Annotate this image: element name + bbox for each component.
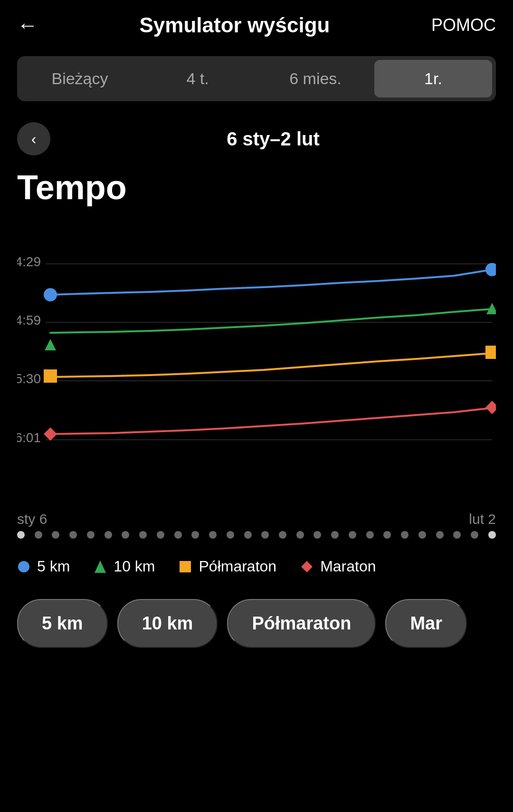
dot-indicator bbox=[488, 531, 496, 539]
dot-indicator bbox=[87, 531, 95, 539]
date-back-button[interactable]: ‹ bbox=[17, 122, 50, 155]
chevron-left-icon: ‹ bbox=[31, 130, 37, 148]
x-axis-labels: sty 6 lut 2 bbox=[0, 505, 513, 527]
legend-item-halfmarathon: Półmaraton bbox=[179, 558, 276, 575]
btn-halfmarathon[interactable]: Półmaraton bbox=[227, 599, 376, 648]
svg-rect-13 bbox=[485, 346, 496, 359]
legend: 5 km 10 km Półmaraton Maraton bbox=[0, 539, 513, 585]
svg-text:4:59: 4:59 bbox=[17, 313, 41, 328]
date-navigation: ‹ 6 sty–2 lut bbox=[0, 111, 513, 160]
dot-indicator bbox=[453, 531, 461, 539]
circle-icon bbox=[17, 560, 30, 573]
svg-text:6:01: 6:01 bbox=[17, 430, 41, 445]
legend-item-marathon: Maraton bbox=[300, 558, 376, 575]
dot-indicator bbox=[104, 531, 112, 539]
tab-6m[interactable]: 6 mies. bbox=[256, 60, 374, 97]
dot-indicator bbox=[366, 531, 374, 539]
legend-label-marathon: Maraton bbox=[320, 558, 376, 575]
page-title: Symulator wyścigu bbox=[139, 13, 330, 37]
svg-point-16 bbox=[18, 561, 29, 572]
btn-marathon[interactable]: Mar bbox=[385, 599, 467, 648]
dot-indicator bbox=[35, 531, 42, 539]
section-title: Tempo bbox=[0, 160, 513, 235]
dot-indicator bbox=[191, 531, 199, 539]
svg-rect-12 bbox=[44, 369, 57, 383]
dot-indicator bbox=[209, 531, 217, 539]
btn-10km[interactable]: 10 km bbox=[117, 599, 218, 648]
dot-indicator bbox=[401, 531, 408, 539]
svg-marker-19 bbox=[301, 561, 313, 572]
legend-item-5km: 5 km bbox=[17, 558, 70, 575]
x-label-right: lut 2 bbox=[469, 511, 496, 527]
dot-indicator bbox=[418, 531, 426, 539]
diamond-icon bbox=[300, 560, 314, 573]
back-button[interactable]: ← bbox=[17, 15, 38, 36]
legend-item-10km: 10 km bbox=[94, 558, 155, 575]
chart-area: 4:29 4:59 5:30 6:01 bbox=[17, 235, 496, 502]
dot-indicator bbox=[52, 531, 59, 539]
svg-point-8 bbox=[44, 288, 57, 301]
square-icon bbox=[179, 560, 192, 573]
svg-text:5:30: 5:30 bbox=[17, 371, 41, 386]
dot-indicator bbox=[17, 531, 25, 539]
dot-indicator bbox=[261, 531, 269, 539]
dot-indicator bbox=[383, 531, 391, 539]
svg-rect-18 bbox=[180, 561, 191, 572]
tab-4w[interactable]: 4 t. bbox=[139, 60, 256, 97]
help-button[interactable]: POMOC bbox=[431, 15, 496, 35]
btn-5km[interactable]: 5 km bbox=[17, 599, 108, 648]
tab-current[interactable]: Bieżący bbox=[21, 60, 139, 97]
bottom-buttons: 5 km 10 km Półmaraton Mar bbox=[0, 585, 513, 672]
dot-indicator bbox=[279, 531, 286, 539]
dot-indicator bbox=[139, 531, 147, 539]
tab-1y[interactable]: 1r. bbox=[374, 60, 492, 97]
dot-indicator bbox=[69, 531, 77, 539]
svg-marker-14 bbox=[44, 427, 57, 441]
dot-indicator bbox=[244, 531, 252, 539]
legend-label-5km: 5 km bbox=[37, 558, 70, 575]
svg-point-9 bbox=[485, 263, 496, 276]
tempo-chart: 4:29 4:59 5:30 6:01 bbox=[17, 235, 496, 502]
dot-indicator bbox=[349, 531, 356, 539]
dot-indicator bbox=[296, 531, 304, 539]
tab-bar: Bieżący 4 t. 6 mies. 1r. bbox=[17, 56, 496, 101]
dot-indicator bbox=[227, 531, 234, 539]
svg-marker-17 bbox=[95, 561, 106, 573]
legend-label-halfmarathon: Półmaraton bbox=[199, 558, 276, 575]
dot-indicator bbox=[436, 531, 444, 539]
dot-indicator bbox=[157, 531, 164, 539]
legend-label-10km: 10 km bbox=[114, 558, 155, 575]
dot-indicator bbox=[331, 531, 339, 539]
dot-indicator bbox=[122, 531, 129, 539]
triangle-icon bbox=[94, 560, 107, 574]
svg-marker-10 bbox=[45, 339, 56, 350]
header: ← Symulator wyścigu POMOC bbox=[0, 0, 513, 47]
svg-text:4:29: 4:29 bbox=[17, 254, 41, 269]
date-range-label: 6 sty–2 lut bbox=[50, 128, 496, 150]
x-label-left: sty 6 bbox=[17, 511, 47, 527]
dot-indicators bbox=[0, 527, 513, 539]
svg-marker-15 bbox=[485, 401, 496, 414]
dot-indicator bbox=[471, 531, 478, 539]
dot-indicator bbox=[314, 531, 321, 539]
dot-indicator bbox=[174, 531, 182, 539]
